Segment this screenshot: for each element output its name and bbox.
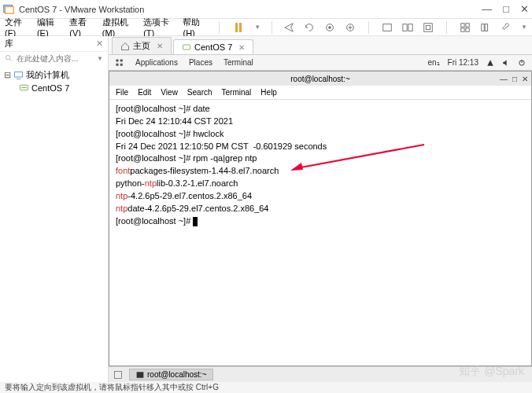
svg-rect-11 <box>466 23 469 26</box>
term-line: Fri Dec 24 12:10:44 CST 2021 <box>116 116 233 126</box>
svg-rect-7 <box>408 24 412 31</box>
separator <box>272 21 272 34</box>
svg-rect-14 <box>482 24 485 31</box>
term-line: packages-filesystem-1.44-8.el7.noarch <box>130 166 279 175</box>
cursor <box>193 217 198 226</box>
minimize-button[interactable]: — <box>482 3 492 15</box>
tree-vm-item[interactable]: CentOS 7 <box>2 82 106 94</box>
maximize-button[interactable]: □ <box>503 3 509 15</box>
term-line: [root@localhost ~]# rpm -qa|grep ntp <box>116 153 257 163</box>
tree-vm-label: CentOS 7 <box>31 83 69 93</box>
computer-icon <box>13 70 24 80</box>
volume-icon[interactable] <box>502 59 510 67</box>
toolbar-dropdown-icon[interactable]: ▼ <box>521 24 527 31</box>
show-desktop-icon[interactable] <box>113 370 123 380</box>
menu-vm[interactable]: 虚拟机(M) <box>102 17 135 38</box>
close-button[interactable]: ✕ <box>520 3 529 15</box>
term-close-icon[interactable]: ✕ <box>522 75 528 83</box>
power-icon[interactable] <box>518 59 526 67</box>
term-line: [root@localhost ~]# date <box>116 104 210 113</box>
pause-button[interactable] <box>235 23 242 32</box>
menu-tabs[interactable]: 选项卡(T) <box>143 17 175 38</box>
window-title: CentOS 7 - VMware Workstation <box>19 5 482 14</box>
fit-icon[interactable] <box>382 22 393 33</box>
sidebar-close-icon[interactable]: ✕ <box>96 39 103 49</box>
term-menu-view[interactable]: View <box>161 88 178 97</box>
tab-close-icon[interactable]: ✕ <box>157 42 163 50</box>
menu-file[interactable]: 文件(F) <box>5 17 29 38</box>
terminal-window: root@localhost:~ — □ ✕ File Edit View Se… <box>109 71 532 366</box>
tab-home[interactable]: 主页 ✕ <box>112 37 172 54</box>
menu-view[interactable]: 查看(V) <box>69 17 94 38</box>
unity-icon[interactable] <box>402 22 413 33</box>
gnome-top-bar: Applications Places Terminal en₁ Fri 12:… <box>109 55 532 71</box>
taskbar-item-label: root@localhost:~ <box>147 370 206 379</box>
term-max-icon[interactable]: □ <box>512 75 517 83</box>
dropdown-icon[interactable]: ▼ <box>254 24 260 31</box>
term-line: [root@localhost ~]# hwclock <box>116 129 224 138</box>
svg-rect-10 <box>461 23 464 26</box>
send-icon[interactable] <box>283 22 294 33</box>
term-line: date-4.2.6p5-29.el7.centos.2.x86_64 <box>127 204 268 213</box>
svg-rect-15 <box>485 24 488 31</box>
term-line: lib-0.3.2-1.el7.noarch <box>157 178 238 188</box>
term-hl: font <box>116 166 130 175</box>
clock: Fri 12:13 <box>448 58 478 67</box>
svg-rect-5 <box>383 24 392 31</box>
tree-root-label: 我的计算机 <box>26 69 69 81</box>
tab-bar: 主页 ✕ CentOS 7 ✕ <box>109 36 532 55</box>
term-menu-search[interactable]: Search <box>187 88 212 97</box>
term-menu-edit[interactable]: Edit <box>138 88 151 97</box>
search-input[interactable] <box>17 54 94 63</box>
term-line: [root@localhost ~]# <box>116 216 193 226</box>
vm-display[interactable]: Applications Places Terminal en₁ Fri 12:… <box>109 55 532 382</box>
svg-point-3 <box>328 26 331 29</box>
terminal-menubar: File Edit View Search Terminal Help <box>109 86 531 100</box>
menu-edit[interactable]: 编辑(E) <box>37 17 61 38</box>
thumbnail-icon[interactable] <box>460 22 471 33</box>
sidebar-search[interactable]: ▼ <box>0 52 108 65</box>
term-hl: ntp <box>116 191 127 200</box>
snapshot-icon[interactable] <box>324 22 335 33</box>
manage-icon[interactable] <box>345 22 356 33</box>
menubar: 文件(F) 编辑(E) 查看(V) 虚拟机(M) 选项卡(T) 帮助(H) ▼ … <box>0 19 532 36</box>
tab-vm[interactable]: CentOS 7 ✕ <box>173 39 253 54</box>
terminal-output[interactable]: [root@localhost ~]# date Fri Dec 24 12:1… <box>109 100 531 365</box>
term-menu-file[interactable]: File <box>116 88 128 97</box>
input-lang[interactable]: en₁ <box>427 58 439 67</box>
library-tree: ⊟ 我的计算机 CentOS 7 <box>0 65 108 97</box>
search-icon <box>5 54 13 63</box>
gnome-places[interactable]: Places <box>189 58 212 67</box>
sidebar-title: 库 <box>5 38 13 50</box>
tab-vm-label: CentOS 7 <box>194 42 232 52</box>
wrench-icon[interactable] <box>501 22 512 33</box>
svg-rect-9 <box>426 25 430 29</box>
separator <box>219 21 220 34</box>
gnome-apps[interactable]: Applications <box>135 58 178 67</box>
sidebar: 库 ✕ ▼ ⊟ 我的计算机 CentOS 7 <box>0 36 109 382</box>
terminal-titlebar[interactable]: root@localhost:~ — □ ✕ <box>109 72 531 86</box>
fullscreen-icon[interactable] <box>423 22 434 33</box>
home-icon <box>120 42 130 51</box>
tab-close-icon[interactable]: ✕ <box>238 43 245 52</box>
library-icon[interactable] <box>480 22 491 33</box>
terminal-task-icon <box>136 371 144 379</box>
tree-root[interactable]: ⊟ 我的计算机 <box>2 68 106 82</box>
activities-icon[interactable] <box>115 58 124 68</box>
svg-rect-26 <box>120 63 123 65</box>
network-icon[interactable] <box>486 59 494 67</box>
svg-rect-12 <box>461 28 464 31</box>
svg-point-16 <box>6 55 10 60</box>
svg-rect-18 <box>15 72 23 77</box>
term-min-icon[interactable]: — <box>500 75 508 83</box>
term-line: Fri 24 Dec 2021 12:10:50 PM CST -0.60192… <box>116 141 327 151</box>
svg-rect-13 <box>466 28 469 31</box>
menu-help[interactable]: 帮助(H) <box>183 17 208 38</box>
cycle-icon[interactable] <box>304 22 315 33</box>
collapse-icon[interactable]: ⊟ <box>3 70 11 80</box>
taskbar-item[interactable]: root@localhost:~ <box>129 369 213 380</box>
search-dropdown-icon[interactable]: ▼ <box>97 55 103 62</box>
gnome-terminal[interactable]: Terminal <box>224 58 253 67</box>
term-menu-help[interactable]: Help <box>260 88 277 97</box>
term-menu-terminal[interactable]: Terminal <box>222 88 252 97</box>
